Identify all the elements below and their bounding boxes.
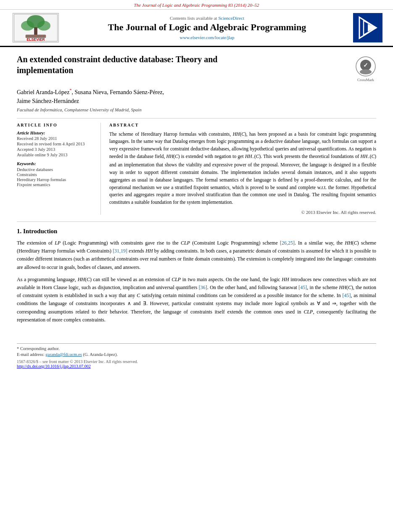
svg-point-15: [360, 69, 372, 74]
affiliation: Facultad de Informática, Complutense Uni…: [17, 107, 376, 112]
top-bar: The Journal of Logic and Algebraic Progr…: [0, 0, 393, 10]
received-revised: Received in revised form 4 April 2013: [17, 142, 95, 146]
intro-paragraph-1: The extension of LP (Logic Programming) …: [17, 239, 376, 271]
ref-26-25[interactable]: [26,25]: [280, 240, 295, 246]
keyword-3: Hereditary Harrop formulas: [17, 177, 95, 182]
section-intro-title: 1. Introduction: [17, 228, 376, 235]
keyword-1: Deductive databases: [17, 167, 95, 172]
footer-doi: http://dx.doi.org/10.1016/j.jlap.2013.07…: [17, 364, 376, 369]
svg-text:✓: ✓: [363, 62, 368, 68]
keyword-2: Constraints: [17, 172, 95, 177]
article-title: An extended constraint deductive databas…: [17, 54, 261, 76]
ref-45[interactable]: [45]: [298, 284, 307, 290]
email-link[interactable]: garanda@fdi.ucm.es: [45, 352, 82, 357]
doi-link[interactable]: http://dx.doi.org/10.1016/j.jlap.2013.07…: [17, 364, 91, 369]
elsevier-right-logo: [351, 13, 385, 42]
abstract-copyright: © 2013 Elsevier Inc. All rights reserved…: [109, 210, 376, 215]
svg-text:ELSEVIER: ELSEVIER: [26, 37, 45, 42]
authors: Gabriel Aranda-López*, Susana Nieva, Fer…: [17, 87, 376, 105]
elsevier-logo-box: ELSEVIER: [8, 13, 63, 42]
abstract-text: The scheme of Hereditary Harrop formulas…: [109, 131, 376, 206]
sciencedirect-link[interactable]: ScienceDirect: [218, 16, 244, 21]
available-date: Available online 9 July 2013: [17, 153, 95, 157]
section-divider: [17, 221, 376, 222]
abstract-column: ABSTRACT The scheme of Hereditary Harrop…: [109, 123, 376, 215]
svg-point-4: [37, 21, 50, 30]
ref-31-19[interactable]: [31,19]: [113, 248, 127, 254]
article-content: An extended constraint deductive databas…: [0, 47, 393, 337]
page-footer: * Corresponding author. E-mail address: …: [17, 343, 376, 369]
journal-title-main: The Journal of Logic and Algebraic Progr…: [63, 22, 351, 33]
keyword-4: Fixpoint semantics: [17, 182, 95, 187]
article-info-abstract: ARTICLE INFO Article History: Received 2…: [17, 118, 376, 215]
journal-ref: The Journal of Logic and Algebraic Progr…: [134, 3, 259, 8]
footnote-corresponding: * Corresponding author.: [17, 346, 376, 351]
article-info-heading: ARTICLE INFO: [17, 123, 95, 127]
journal-title-center: Contents lists available at ScienceDirec…: [63, 16, 351, 40]
ref-36[interactable]: [36]: [199, 284, 207, 290]
journal-url: www.elsevier.com/locate/jlap: [63, 35, 351, 40]
article-title-row: An extended constraint deductive databas…: [17, 54, 376, 82]
history-label: Article History:: [17, 131, 95, 135]
accepted-date: Accepted 3 July 2013: [17, 147, 95, 152]
svg-point-3: [21, 21, 34, 30]
crossmark-text: CrossMark: [357, 78, 374, 82]
article-info-column: ARTICLE INFO Article History: Received 2…: [17, 123, 101, 215]
abstract-heading: ABSTRACT: [109, 123, 376, 127]
elsevier-logo: ELSEVIER: [13, 13, 59, 42]
ref-45b[interactable]: [45]: [342, 292, 351, 298]
keywords-label: Keywords:: [17, 161, 95, 166]
contents-line: Contents lists available at ScienceDirec…: [63, 16, 351, 21]
svg-rect-5: [34, 27, 37, 35]
footer-copyright: 1567-8326/$ – see front matter © 2013 El…: [17, 359, 376, 364]
elsevier-header: ELSEVIER Contents lists available at Sci…: [0, 10, 393, 47]
crossmark-badge: ✓ CrossMark: [355, 54, 376, 82]
received-date-1: Received 28 July 2011: [17, 136, 95, 141]
intro-paragraph-2: As a programming language, HH(C) can sti…: [17, 276, 376, 324]
footnote-email: E-mail address: garanda@fdi.ucm.es (G. A…: [17, 352, 376, 357]
